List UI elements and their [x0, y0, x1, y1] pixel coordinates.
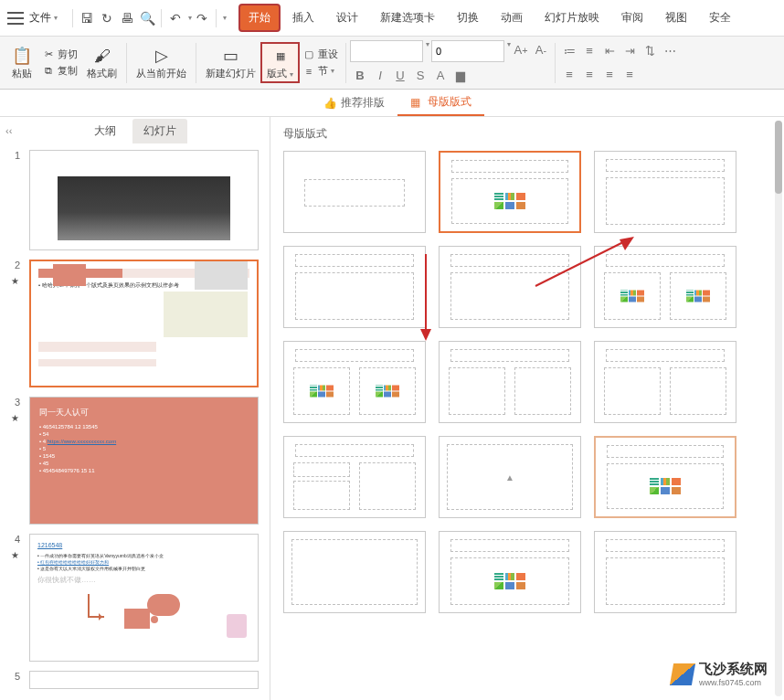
reset-icon: ▢ [302, 48, 315, 61]
tab-slideshow[interactable]: 幻灯片放映 [535, 5, 609, 31]
undo-icon[interactable]: ↶ [165, 8, 185, 28]
underline-icon[interactable]: U [390, 66, 410, 86]
clipboard-icon: 📋 [11, 45, 33, 67]
panel-tab-outline[interactable]: 大纲 [83, 119, 127, 143]
numbering-icon[interactable]: ≡ [579, 41, 599, 61]
tab-design[interactable]: 设计 [327, 5, 367, 31]
bullets-icon[interactable]: ≔ [559, 41, 579, 61]
font-color-icon[interactable]: A [430, 66, 450, 86]
reset-button[interactable]: ▢重设 [299, 47, 342, 63]
tab-view[interactable]: 视图 [656, 5, 696, 31]
more-icon[interactable]: ▾ [223, 14, 227, 22]
slide-item[interactable]: 4★ 1216548 • 一件成功的事你需要有好英语从Vamyyumb词典选各个… [11, 534, 259, 662]
collapse-panel-icon[interactable]: ‹‹ [5, 125, 12, 136]
chevron-down-icon: ▾ [331, 67, 334, 75]
slide-number: 3 [11, 397, 26, 408]
redo-icon[interactable]: ↷ [192, 8, 212, 28]
section-button[interactable]: ≡节▾ [299, 63, 342, 80]
ribbon: 📋 粘贴 ✂剪切 ⧉复制 🖌 格式刷 ▷ 从当前开始 ▭ 新建幻灯片 ▦ 版式▾… [0, 37, 784, 90]
file-menu-label: 文件 [29, 10, 51, 26]
scrollbar-thumb[interactable] [775, 121, 782, 194]
share-icon[interactable]: ↻ [97, 8, 117, 28]
font-name-input[interactable] [350, 40, 423, 62]
tab-home[interactable]: 开始 [239, 5, 280, 31]
paste-button[interactable]: 📋 粘贴 [5, 43, 38, 82]
layout-item[interactable] [594, 341, 736, 423]
layout-item[interactable] [439, 341, 581, 423]
subtab-recommended[interactable]: 👍 推荐排版 [311, 90, 397, 115]
align-left-icon[interactable]: ≡ [559, 65, 579, 85]
divider [126, 43, 127, 83]
line-spacing-icon[interactable]: ⇅ [640, 41, 660, 61]
subtab-master[interactable]: ▦ 母版版式 [397, 90, 484, 116]
slide-item[interactable]: 1 [11, 150, 259, 250]
layout-item[interactable] [283, 246, 426, 328]
tab-insert[interactable]: 插入 [283, 5, 323, 31]
layout-item[interactable] [594, 436, 736, 518]
print-icon[interactable]: 🖶 [117, 8, 137, 28]
chevron-down-icon[interactable]: ▾ [426, 40, 429, 62]
para-more-icon[interactable]: ⋯ [660, 41, 680, 61]
slide-item[interactable]: 5 [11, 671, 259, 689]
gallery-title: 母版版式 [283, 126, 771, 142]
tab-review[interactable]: 审阅 [612, 5, 652, 31]
font-size-input[interactable] [431, 40, 504, 62]
layout-item[interactable] [283, 341, 426, 423]
scrollbar[interactable] [775, 121, 782, 696]
scissors-icon: ✂ [42, 48, 55, 61]
slide-thumb[interactable]: 同一天人认可 • 4654125784 12 13545 • 54 • 4 ht… [29, 397, 259, 525]
copy-button[interactable]: ⧉复制 [38, 63, 81, 80]
align-right-icon[interactable]: ≡ [599, 65, 620, 85]
layout-item[interactable] [439, 246, 581, 328]
divider [555, 43, 556, 83]
layout-item[interactable] [439, 531, 581, 613]
layout-item[interactable]: ▲ [439, 436, 581, 518]
increase-font-icon[interactable]: A+ [511, 40, 531, 60]
decrease-font-icon[interactable]: A- [531, 40, 551, 60]
bold-icon[interactable]: B [350, 66, 370, 86]
tab-security[interactable]: 安全 [700, 5, 740, 31]
app-menu-icon[interactable] [7, 12, 24, 25]
panel-tabs: ‹‹ 大纲 幻灯片 [0, 117, 270, 144]
italic-icon[interactable]: I [370, 66, 390, 86]
slide-thumb[interactable]: 1216548 • 一件成功的事你需要有好英语从Vamyyumb词典选各个发小金… [29, 534, 259, 662]
layout-item[interactable] [594, 151, 736, 233]
tab-new[interactable]: 新建选项卡 [371, 5, 444, 31]
layout-item[interactable] [594, 531, 736, 613]
brush-icon: 🖌 [91, 45, 113, 67]
align-justify-icon[interactable]: ≡ [620, 65, 640, 85]
divider [161, 9, 162, 27]
format-painter-button[interactable]: 🖌 格式刷 [81, 43, 122, 82]
watermark-logo-icon [670, 663, 695, 685]
from-current-button[interactable]: ▷ 从当前开始 [131, 43, 192, 82]
layout-item[interactable] [283, 151, 426, 233]
slide-thumb[interactable] [29, 150, 259, 250]
indent-inc-icon[interactable]: ⇥ [620, 41, 640, 61]
slide-item[interactable]: 3★ 同一天人认可 • 4654125784 12 13545 • 54 • 4… [11, 397, 259, 525]
layout-item[interactable] [283, 531, 426, 613]
tab-animation[interactable]: 动画 [492, 5, 532, 31]
layout-item[interactable] [283, 436, 426, 518]
new-slide-button[interactable]: ▭ 新建幻灯片 [200, 43, 261, 82]
cut-button[interactable]: ✂剪切 [38, 47, 81, 63]
strike-icon[interactable]: S [410, 66, 430, 86]
align-center-icon[interactable]: ≡ [579, 65, 599, 85]
panel-tab-slides[interactable]: 幻灯片 [132, 119, 187, 143]
indent-dec-icon[interactable]: ⇤ [599, 41, 620, 61]
preview-icon[interactable]: 🔍 [137, 8, 157, 28]
file-menu[interactable]: 文件 ▾ [29, 10, 58, 26]
save-icon[interactable]: 🖫 [77, 8, 97, 28]
tab-transition[interactable]: 切换 [448, 5, 488, 31]
animation-star-icon: ★ [11, 550, 22, 560]
divider [72, 9, 73, 27]
slide-item[interactable]: 2★ • 哈哈人工，保持一个版式及换页效果的示例文档以作参考 [11, 260, 259, 387]
animation-star-icon: ★ [11, 413, 22, 423]
highlight-icon[interactable]: ▆ [450, 66, 471, 86]
layout-item[interactable] [439, 151, 581, 233]
slide-thumb[interactable]: • 哈哈人工，保持一个版式及换页效果的示例文档以作参考 [29, 260, 259, 387]
paste-label: 粘贴 [12, 67, 32, 80]
layout-item[interactable] [594, 246, 736, 328]
slide-number: 2 [11, 260, 26, 270]
slide-thumb[interactable] [29, 671, 259, 689]
layout-button[interactable]: ▦ 版式▾ [261, 43, 299, 82]
